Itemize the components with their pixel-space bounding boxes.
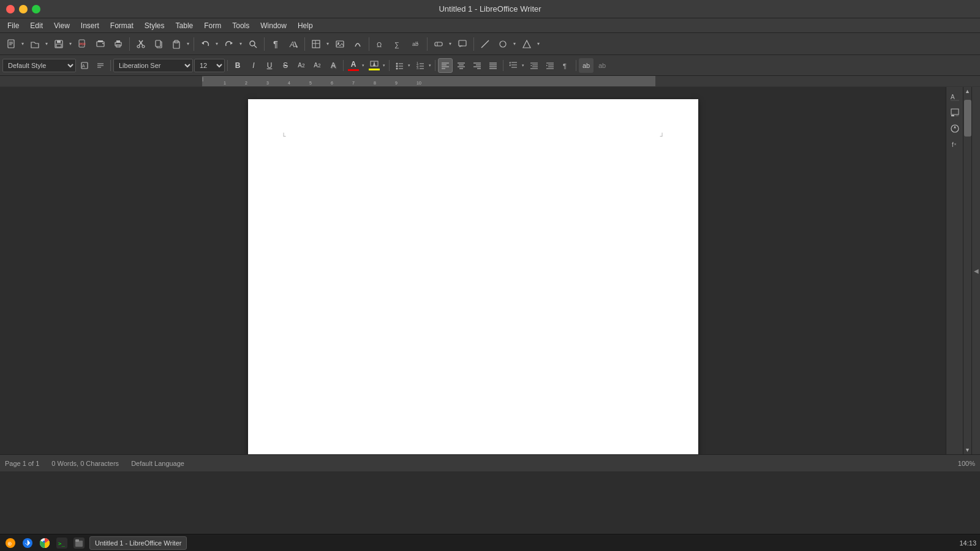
more-shapes-button[interactable] (518, 36, 535, 53)
font-color-arrow[interactable]: ▾ (361, 58, 366, 73)
menu-help[interactable]: Help (293, 20, 318, 31)
taskbar-chrome-icon[interactable] (38, 536, 51, 550)
sidebar-styles-button[interactable]: A (948, 89, 962, 104)
basic-shapes-button[interactable] (494, 36, 511, 53)
line-spacing-arrow[interactable]: ▾ (521, 58, 526, 73)
ordered-list-button[interactable]: 1.2.3. (413, 58, 428, 73)
underline-button[interactable]: U (262, 58, 277, 73)
minimize-button[interactable] (19, 5, 28, 13)
new-document-button[interactable] (2, 36, 20, 53)
sidebar-collapse-button[interactable]: ◀ (971, 87, 980, 454)
paragraph-style-dropdown[interactable]: Default Style Heading 1 Heading 2 Text B… (2, 59, 76, 72)
print-preview-button[interactable] (92, 36, 109, 53)
character-style-button-2[interactable]: ab (595, 58, 609, 73)
taskbar-launchpad-icon[interactable]: ⊛ (4, 536, 17, 550)
document-page[interactable]: └ ┘ (248, 99, 698, 454)
paste-arrow[interactable]: ▾ (185, 36, 191, 53)
new-document-arrow[interactable]: ▾ (20, 36, 26, 53)
justify-button[interactable] (486, 58, 500, 73)
insert-comment-button[interactable] (454, 36, 471, 53)
menu-window[interactable]: Window (255, 20, 292, 31)
align-left-button[interactable] (438, 58, 453, 73)
menu-file[interactable]: File (2, 20, 24, 31)
special-char-button[interactable]: Ω (372, 36, 389, 53)
copy-button[interactable] (150, 36, 167, 53)
insert-table-arrow[interactable]: ▾ (325, 36, 331, 53)
toggle-formatting-marks-button[interactable]: ¶ (267, 36, 284, 53)
insert-field-button[interactable] (430, 36, 447, 53)
more-shapes-arrow[interactable]: ▾ (535, 36, 541, 53)
basic-shapes-arrow[interactable]: ▾ (511, 36, 518, 53)
paste-button[interactable] (168, 36, 185, 53)
svg-text:PDF: PDF (80, 42, 86, 46)
line-tool-button[interactable] (477, 36, 494, 53)
menu-styles[interactable]: Styles (140, 20, 170, 31)
scroll-thumb[interactable] (964, 100, 971, 137)
scroll-down-button[interactable]: ▼ (963, 446, 972, 454)
draw-button[interactable] (349, 36, 366, 53)
close-button[interactable] (6, 5, 15, 13)
sidebar-gallery-button[interactable] (948, 105, 962, 120)
maximize-button[interactable] (32, 5, 40, 13)
menu-insert[interactable]: Insert (76, 20, 104, 31)
save-arrow[interactable]: ▾ (67, 36, 74, 53)
update-style-button[interactable]: A (77, 58, 92, 73)
sidebar-navigator-button[interactable] (948, 121, 962, 136)
menu-tools[interactable]: Tools (227, 20, 254, 31)
autoformat-button[interactable]: A (285, 36, 302, 53)
insert-field-arrow[interactable]: ▾ (447, 36, 453, 53)
unordered-list-button[interactable] (392, 58, 407, 73)
superscript-button[interactable]: A2 (294, 58, 309, 73)
menu-form[interactable]: Form (199, 20, 226, 31)
insert-image-button[interactable] (331, 36, 349, 53)
taskbar-download-icon[interactable] (21, 536, 34, 550)
font-color-button[interactable]: A (346, 58, 361, 73)
style-list-button[interactable] (93, 58, 108, 73)
indent-more-button[interactable] (527, 58, 541, 73)
menu-edit[interactable]: Edit (25, 20, 48, 31)
redo-button[interactable] (221, 36, 238, 53)
svg-text:⊛: ⊛ (7, 541, 12, 547)
italic-button[interactable]: I (246, 58, 261, 73)
taskbar-terminal-icon[interactable]: >_ (55, 536, 69, 550)
menu-format[interactable]: Format (105, 20, 138, 31)
right-scrollbar[interactable]: ▲ ▼ (963, 87, 971, 454)
shadow-button[interactable]: A (326, 58, 341, 73)
unordered-list-arrow[interactable]: ▾ (407, 58, 412, 73)
save-button[interactable] (50, 36, 67, 53)
taskbar-app-writer[interactable]: Untitled 1 - LibreOffice Writer (89, 536, 187, 550)
undo-button[interactable] (197, 36, 214, 53)
menu-view[interactable]: View (49, 20, 75, 31)
footnote-button[interactable]: ab1 (407, 36, 424, 53)
insert-table-button[interactable] (307, 36, 325, 53)
find-replace-button[interactable] (244, 36, 262, 53)
open-arrow[interactable]: ▾ (43, 36, 50, 53)
menu-table[interactable]: Table (171, 20, 198, 31)
redo-arrow[interactable]: ▾ (238, 36, 244, 53)
ordered-list-arrow[interactable]: ▾ (428, 58, 432, 73)
scroll-up-button[interactable]: ▲ (963, 87, 972, 96)
paragraph-settings-button[interactable]: ¶ (559, 58, 573, 73)
undo-arrow[interactable]: ▾ (214, 36, 220, 53)
highlight-color-button[interactable] (367, 58, 382, 73)
strikethrough-button[interactable]: S (278, 58, 293, 73)
align-center-button[interactable] (454, 58, 469, 73)
highlight-color-arrow[interactable]: ▾ (382, 58, 386, 73)
align-right-button[interactable] (470, 58, 484, 73)
bold-button[interactable]: B (230, 58, 245, 73)
export-pdf-button[interactable]: PDF (74, 36, 91, 53)
indent-less-button[interactable] (543, 58, 557, 73)
subscript-button[interactable]: A2 (310, 58, 325, 73)
line-spacing-button[interactable] (506, 58, 521, 73)
font-size-dropdown[interactable]: 12 8 10 11 14 18 24 36 (194, 59, 225, 72)
sidebar-functions-button[interactable]: fx (948, 137, 962, 152)
cut-button[interactable] (132, 36, 149, 53)
document-area[interactable]: └ ┘ (0, 87, 946, 454)
taskbar-files-icon[interactable] (72, 536, 86, 550)
formula-button[interactable]: ∑ (390, 36, 407, 53)
svg-rect-40 (459, 40, 466, 46)
font-name-dropdown[interactable]: Liberation Ser Liberation Sans Arial Tim… (113, 59, 193, 72)
character-style-button-1[interactable]: ab (579, 58, 594, 73)
print-button[interactable] (110, 36, 127, 53)
open-button[interactable] (26, 36, 43, 53)
